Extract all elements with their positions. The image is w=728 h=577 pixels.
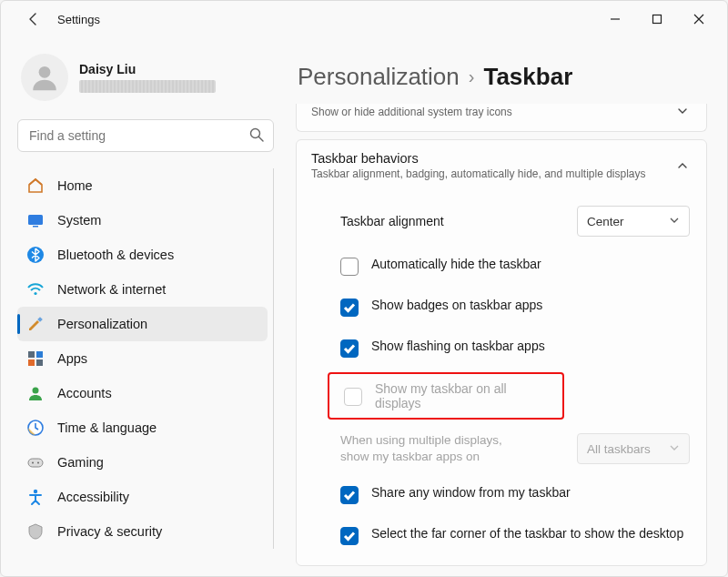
sidebar-item-bluetooth[interactable]: Bluetooth & devices <box>17 238 268 272</box>
badges-row[interactable]: Show badges on taskbar apps <box>340 287 690 328</box>
auto-hide-label: Automatically hide the taskbar <box>371 257 541 271</box>
panel-subtitle: Taskbar alignment, badging, automaticall… <box>311 167 646 180</box>
share-window-row[interactable]: Share any window from my taskbar <box>340 474 690 515</box>
breadcrumb-parent[interactable]: Personalization <box>298 63 460 91</box>
auto-hide-checkbox[interactable] <box>340 258 359 276</box>
far-corner-label: Select the far corner of the taskbar to … <box>371 526 683 541</box>
badges-checkbox[interactable] <box>340 299 359 317</box>
breadcrumb: Personalization › Taskbar <box>298 63 707 91</box>
system-icon <box>26 211 45 229</box>
svg-point-17 <box>32 462 34 464</box>
taskbar-alignment-row: Taskbar alignment Center <box>340 197 690 246</box>
home-icon <box>26 177 45 195</box>
svg-rect-12 <box>28 359 35 366</box>
flashing-row[interactable]: Show flashing on taskbar apps <box>340 328 690 369</box>
all-displays-checkbox <box>344 388 362 406</box>
svg-point-19 <box>34 490 37 493</box>
flashing-checkbox[interactable] <box>340 339 359 358</box>
chevron-down-icon <box>673 104 692 120</box>
accounts-icon <box>26 384 45 402</box>
sidebar-item-label: Time & language <box>57 420 157 435</box>
nav: Home System Bluetooth & devices Network … <box>17 168 274 549</box>
minimize-button[interactable] <box>594 5 636 34</box>
svg-point-3 <box>251 129 260 138</box>
other-tray-icons-panel[interactable]: Show or hide additional system tray icon… <box>296 104 707 132</box>
user-name: Daisy Liu <box>79 62 216 76</box>
sidebar-item-accessibility[interactable]: Accessibility <box>17 480 268 514</box>
account-header[interactable]: Daisy Liu <box>17 37 274 116</box>
sidebar-item-time[interactable]: Time & language <box>17 410 268 445</box>
minimize-icon <box>610 14 621 25</box>
share-checkbox[interactable] <box>340 486 359 504</box>
panel-title: Taskbar behaviors <box>311 151 646 166</box>
alignment-label: Taskbar alignment <box>340 214 444 228</box>
svg-rect-11 <box>36 351 43 358</box>
multi-label: When using multiple displays, show my ta… <box>340 432 513 465</box>
chevron-right-icon: › <box>469 66 475 87</box>
svg-rect-13 <box>36 359 43 366</box>
clock-icon <box>26 419 45 437</box>
flashing-label: Show flashing on taskbar apps <box>371 339 545 353</box>
shield-icon <box>26 522 45 541</box>
behaviors-header[interactable]: Taskbar behaviors Taskbar alignment, bad… <box>297 140 706 191</box>
svg-point-14 <box>33 388 39 394</box>
far-corner-checkbox[interactable] <box>340 527 359 545</box>
sidebar-item-home[interactable]: Home <box>17 168 268 203</box>
sidebar-item-label: Gaming <box>57 455 104 470</box>
svg-rect-10 <box>28 351 35 358</box>
person-icon <box>29 62 60 93</box>
sidebar-item-gaming[interactable]: Gaming <box>17 445 268 480</box>
sidebar-item-system[interactable]: System <box>17 203 268 238</box>
svg-rect-5 <box>28 215 43 225</box>
user-email-redacted <box>79 80 216 93</box>
search-input[interactable] <box>17 119 274 152</box>
sidebar-item-network[interactable]: Network & internet <box>17 272 268 307</box>
svg-rect-9 <box>37 317 43 322</box>
share-label: Share any window from my taskbar <box>371 485 571 500</box>
far-corner-row[interactable]: Select the far corner of the taskbar to … <box>340 515 690 556</box>
maximize-icon <box>652 14 662 25</box>
gaming-icon <box>26 453 45 471</box>
chevron-down-icon <box>669 442 680 456</box>
arrow-left-icon <box>26 12 41 26</box>
multi-displays-row: When using multiple displays, show my ta… <box>340 423 690 474</box>
sidebar-item-accounts[interactable]: Accounts <box>17 376 268 410</box>
svg-point-2 <box>39 66 51 78</box>
sidebar-item-label: Accounts <box>57 386 112 400</box>
all-displays-label: Show my taskbar on all displays <box>375 381 548 410</box>
titlebar: Settings <box>1 1 727 37</box>
avatar <box>21 54 68 101</box>
multi-select: All taskbars <box>577 433 690 464</box>
window-controls <box>594 5 720 34</box>
panel-subtitle: Show or hide additional system tray icon… <box>311 106 512 118</box>
taskbar-behaviors-panel: Taskbar behaviors Taskbar alignment, bad… <box>296 139 707 566</box>
window-title: Settings <box>57 13 100 26</box>
sidebar-item-personalization[interactable]: Personalization <box>17 307 268 341</box>
svg-line-4 <box>259 137 264 142</box>
maximize-button[interactable] <box>636 5 678 34</box>
multi-value: All taskbars <box>587 442 651 456</box>
sidebar-item-label: Bluetooth & devices <box>57 248 174 262</box>
sidebar-item-label: System <box>57 213 101 228</box>
back-button[interactable] <box>21 6 46 32</box>
sidebar: Daisy Liu Home System <box>1 37 283 576</box>
sidebar-item-label: Accessibility <box>57 490 129 504</box>
alignment-select[interactable]: Center <box>577 206 690 237</box>
close-button[interactable] <box>678 5 720 34</box>
settings-window: Settings Daisy Liu <box>0 0 728 577</box>
close-icon <box>693 14 704 25</box>
chevron-up-icon <box>673 157 692 175</box>
sidebar-item-privacy[interactable]: Privacy & security <box>17 514 268 549</box>
auto-hide-row[interactable]: Automatically hide the taskbar <box>340 246 690 287</box>
account-text: Daisy Liu <box>79 62 216 93</box>
content: Daisy Liu Home System <box>1 37 727 576</box>
svg-rect-16 <box>28 459 43 467</box>
svg-point-18 <box>37 462 39 464</box>
sidebar-item-apps[interactable]: Apps <box>17 341 268 376</box>
settings-scroll[interactable]: Show or hide additional system tray icon… <box>296 104 707 576</box>
search-icon <box>248 127 265 146</box>
sidebar-item-label: Privacy & security <box>57 524 162 539</box>
search-box <box>17 119 274 152</box>
accessibility-icon <box>26 488 45 506</box>
svg-rect-6 <box>33 226 38 228</box>
